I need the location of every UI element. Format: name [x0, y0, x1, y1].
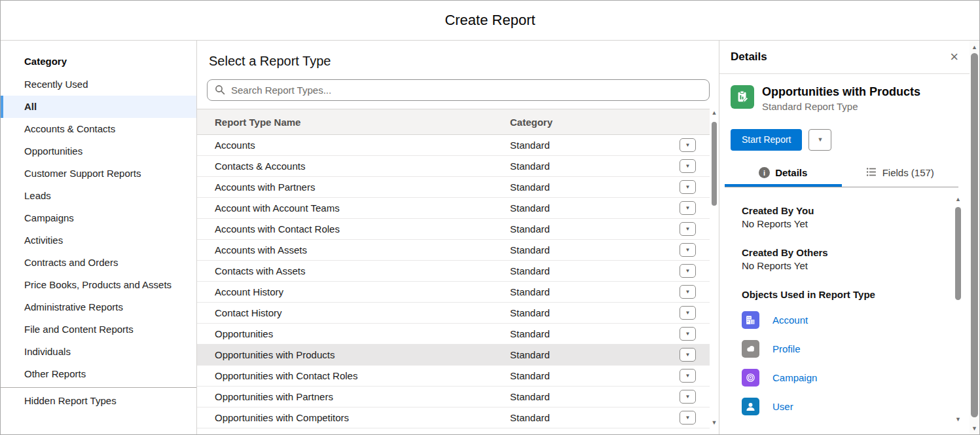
dialog-titlebar: Create Report — [1, 1, 979, 41]
sidebar-item-other-reports[interactable]: Other Reports — [1, 363, 196, 385]
table-scrollbar[interactable]: ▲ ▼ — [710, 107, 718, 428]
chevron-down-icon: ▼ — [685, 268, 691, 274]
details-scrollbar[interactable]: ▲ ▼ — [954, 194, 962, 425]
sidebar-item-hidden-report-types[interactable]: Hidden Report Types — [1, 390, 196, 412]
row-dropdown-button[interactable]: ▼ — [680, 159, 696, 173]
sidebar-item-all[interactable]: All — [1, 96, 196, 118]
created-by-you-heading: Created By You — [742, 205, 940, 216]
row-dropdown-button[interactable]: ▼ — [680, 306, 696, 320]
start-report-button-group: Start Report ▼ — [731, 129, 958, 151]
table-row[interactable]: OpportunitiesStandard▼ — [197, 324, 710, 345]
row-dropdown-button[interactable]: ▼ — [680, 222, 696, 236]
report-type-table: Report Type Name Category AccountsStanda… — [197, 109, 710, 428]
table-row[interactable]: Opportunities with Contact RolesStandard… — [197, 366, 710, 387]
search-input[interactable] — [207, 79, 710, 101]
row-dropdown-button[interactable]: ▼ — [680, 201, 696, 215]
column-header-report-type-name: Report Type Name — [197, 117, 510, 128]
table-row[interactable]: Accounts with AssetsStandard▼ — [197, 240, 710, 261]
object-link-user[interactable]: User — [772, 401, 793, 412]
row-dropdown-button[interactable]: ▼ — [680, 180, 696, 194]
row-dropdown-button[interactable]: ▼ — [680, 138, 696, 152]
object-row-user: User — [742, 398, 940, 415]
table-row[interactable]: Contacts & AccountsStandard▼ — [197, 156, 710, 177]
tab-fields[interactable]: Fields (157) — [842, 166, 959, 187]
sidebar-item-individuals[interactable]: Individuals — [1, 341, 196, 363]
row-dropdown-button[interactable]: ▼ — [680, 369, 696, 383]
scroll-down-icon[interactable]: ▼ — [970, 425, 979, 432]
sidebar-item-administrative-reports[interactable]: Administrative Reports — [1, 296, 196, 318]
report-type-category: Standard — [510, 391, 680, 402]
sidebar-item-accounts-contacts[interactable]: Accounts & Contacts — [1, 118, 196, 140]
details-panel: Details × Opportunities with Products St… — [719, 41, 970, 434]
report-type-category: Standard — [510, 370, 680, 381]
created-by-you-text: No Reports Yet — [742, 218, 940, 229]
row-dropdown-button[interactable]: ▼ — [680, 327, 696, 341]
start-report-dropdown-button[interactable]: ▼ — [808, 129, 831, 151]
sidebar-item-recently-used[interactable]: Recently Used — [1, 73, 196, 96]
sidebar-item-price-books-products-assets[interactable]: Price Books, Products and Assets — [1, 274, 196, 296]
details-panel-header: Details × — [719, 41, 970, 74]
start-report-button[interactable]: Start Report — [731, 129, 802, 151]
report-type-name: Opportunities — [197, 328, 510, 339]
sidebar-item-activities[interactable]: Activities — [1, 229, 196, 252]
object-row-profile: Profile — [742, 340, 940, 358]
chevron-down-icon: ▼ — [685, 331, 691, 337]
report-type-category: Standard — [510, 223, 680, 235]
sidebar-item-opportunities[interactable]: Opportunities — [1, 140, 196, 162]
create-report-dialog: Create Report Category Recently Used All… — [0, 0, 980, 435]
table-row[interactable]: AccountsStandard▼ — [197, 135, 710, 156]
object-row-campaign: Campaign — [742, 369, 940, 387]
chevron-down-icon: ▼ — [818, 136, 824, 143]
report-type-name: Opportunities with Products — [197, 349, 510, 360]
scroll-up-icon[interactable]: ▲ — [970, 43, 979, 51]
tab-details[interactable]: i Details — [725, 166, 842, 187]
sidebar-item-contracts-and-orders[interactable]: Contracts and Orders — [1, 252, 196, 274]
object-link-account[interactable]: Account — [772, 314, 808, 326]
chevron-down-icon: ▼ — [685, 394, 691, 400]
table-row[interactable]: Account HistoryStandard▼ — [197, 282, 710, 303]
search-icon — [215, 85, 225, 98]
category-sidebar: Category Recently Used All Accounts & Co… — [1, 41, 197, 434]
object-link-profile[interactable]: Profile — [772, 343, 801, 354]
scroll-up-icon[interactable]: ▲ — [954, 195, 962, 203]
chevron-down-icon: ▼ — [685, 289, 691, 295]
report-type-name: Opportunities with Contact Roles — [197, 370, 510, 381]
object-link-campaign[interactable]: Campaign — [772, 372, 817, 383]
window-scrollbar-thumb[interactable] — [971, 53, 978, 417]
created-by-others-heading: Created By Others — [742, 247, 940, 258]
account-icon — [742, 311, 759, 329]
sidebar-item-leads[interactable]: Leads — [1, 185, 196, 207]
row-dropdown-button[interactable]: ▼ — [680, 264, 696, 278]
sidebar-item-campaigns[interactable]: Campaigns — [1, 207, 196, 229]
sidebar-item-customer-support-reports[interactable]: Customer Support Reports — [1, 162, 196, 185]
details-scrollbar-thumb[interactable] — [955, 207, 961, 300]
table-row[interactable]: Accounts with Contact RolesStandard▼ — [197, 219, 710, 240]
row-dropdown-button[interactable]: ▼ — [680, 411, 696, 425]
report-type-category: Standard — [510, 244, 680, 255]
table-row[interactable]: Contacts with AssetsStandard▼ — [197, 261, 710, 282]
profile-icon — [742, 340, 759, 358]
report-type-category: Standard — [510, 307, 680, 318]
window-scrollbar[interactable]: ▲ ▼ — [970, 41, 979, 435]
details-tabs: i Details Fields (157) — [725, 166, 958, 187]
row-dropdown-button[interactable]: ▼ — [680, 285, 696, 299]
page-title: Create Report — [445, 12, 535, 29]
table-row[interactable]: Accounts with PartnersStandard▼ — [197, 177, 710, 198]
close-icon[interactable]: × — [950, 50, 958, 64]
table-row[interactable]: Contact HistoryStandard▼ — [197, 303, 710, 324]
table-scrollbar-thumb[interactable] — [712, 122, 717, 206]
chevron-down-icon: ▼ — [685, 184, 691, 190]
scroll-up-icon[interactable]: ▲ — [710, 109, 718, 117]
table-row[interactable]: Account with Account TeamsStandard▼ — [197, 198, 710, 219]
table-row-selected[interactable]: Opportunities with ProductsStandard▼ — [197, 345, 710, 366]
row-dropdown-button[interactable]: ▼ — [680, 390, 696, 404]
scroll-down-icon[interactable]: ▼ — [954, 415, 962, 423]
row-dropdown-button[interactable]: ▼ — [680, 243, 696, 257]
scroll-down-icon[interactable]: ▼ — [710, 419, 718, 426]
row-dropdown-button[interactable]: ▼ — [680, 348, 696, 362]
table-row[interactable]: Opportunities with PartnersStandard▼ — [197, 387, 710, 407]
report-type-name: Contacts & Accounts — [197, 161, 510, 172]
report-type-name: Opportunities with Competitors — [197, 412, 510, 423]
table-row[interactable]: Opportunities with CompetitorsStandard▼ — [197, 407, 710, 428]
sidebar-item-file-and-content-reports[interactable]: File and Content Reports — [1, 318, 196, 341]
